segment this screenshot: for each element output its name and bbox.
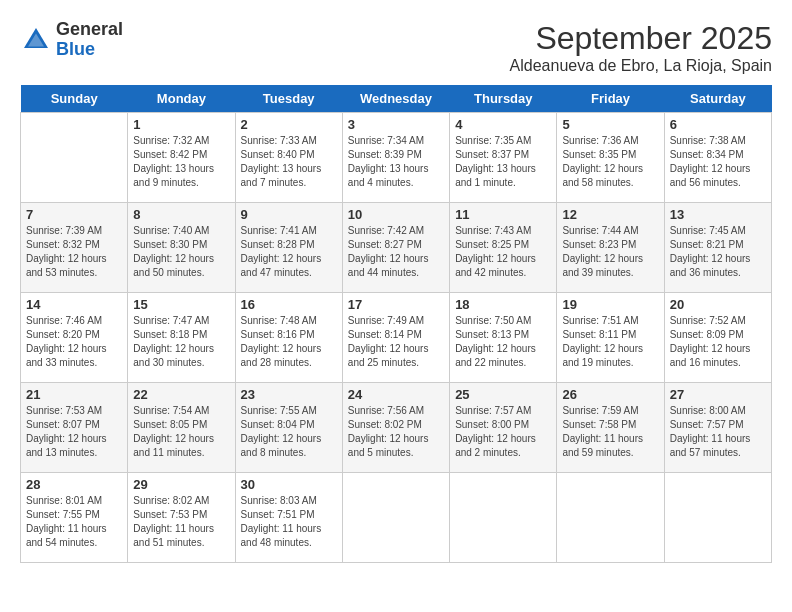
page-subtitle: Aldeanueva de Ebro, La Rioja, Spain bbox=[510, 57, 772, 75]
calendar-cell: 27Sunrise: 8:00 AM Sunset: 7:57 PM Dayli… bbox=[664, 383, 771, 473]
calendar-cell: 11Sunrise: 7:43 AM Sunset: 8:25 PM Dayli… bbox=[450, 203, 557, 293]
date-number: 1 bbox=[133, 117, 229, 132]
calendar-cell: 20Sunrise: 7:52 AM Sunset: 8:09 PM Dayli… bbox=[664, 293, 771, 383]
logo-icon bbox=[20, 24, 52, 56]
date-number: 11 bbox=[455, 207, 551, 222]
cell-info: Sunrise: 7:35 AM Sunset: 8:37 PM Dayligh… bbox=[455, 134, 551, 190]
calendar-week-1: 1Sunrise: 7:32 AM Sunset: 8:42 PM Daylig… bbox=[21, 113, 772, 203]
date-number: 13 bbox=[670, 207, 766, 222]
calendar-cell: 10Sunrise: 7:42 AM Sunset: 8:27 PM Dayli… bbox=[342, 203, 449, 293]
date-number: 28 bbox=[26, 477, 122, 492]
calendar-cell: 5Sunrise: 7:36 AM Sunset: 8:35 PM Daylig… bbox=[557, 113, 664, 203]
calendar-cell: 18Sunrise: 7:50 AM Sunset: 8:13 PM Dayli… bbox=[450, 293, 557, 383]
calendar-cell bbox=[557, 473, 664, 563]
column-header-thursday: Thursday bbox=[450, 85, 557, 113]
column-header-friday: Friday bbox=[557, 85, 664, 113]
calendar-cell: 7Sunrise: 7:39 AM Sunset: 8:32 PM Daylig… bbox=[21, 203, 128, 293]
cell-info: Sunrise: 7:43 AM Sunset: 8:25 PM Dayligh… bbox=[455, 224, 551, 280]
cell-info: Sunrise: 7:38 AM Sunset: 8:34 PM Dayligh… bbox=[670, 134, 766, 190]
date-number: 17 bbox=[348, 297, 444, 312]
date-number: 4 bbox=[455, 117, 551, 132]
cell-info: Sunrise: 7:49 AM Sunset: 8:14 PM Dayligh… bbox=[348, 314, 444, 370]
cell-info: Sunrise: 7:48 AM Sunset: 8:16 PM Dayligh… bbox=[241, 314, 337, 370]
calendar-cell: 19Sunrise: 7:51 AM Sunset: 8:11 PM Dayli… bbox=[557, 293, 664, 383]
date-number: 19 bbox=[562, 297, 658, 312]
calendar-cell: 21Sunrise: 7:53 AM Sunset: 8:07 PM Dayli… bbox=[21, 383, 128, 473]
date-number: 22 bbox=[133, 387, 229, 402]
calendar-cell: 22Sunrise: 7:54 AM Sunset: 8:05 PM Dayli… bbox=[128, 383, 235, 473]
date-number: 30 bbox=[241, 477, 337, 492]
cell-info: Sunrise: 7:34 AM Sunset: 8:39 PM Dayligh… bbox=[348, 134, 444, 190]
cell-info: Sunrise: 7:36 AM Sunset: 8:35 PM Dayligh… bbox=[562, 134, 658, 190]
calendar-cell: 14Sunrise: 7:46 AM Sunset: 8:20 PM Dayli… bbox=[21, 293, 128, 383]
calendar-cell: 16Sunrise: 7:48 AM Sunset: 8:16 PM Dayli… bbox=[235, 293, 342, 383]
logo: General Blue bbox=[20, 20, 123, 60]
calendar-cell: 17Sunrise: 7:49 AM Sunset: 8:14 PM Dayli… bbox=[342, 293, 449, 383]
logo-general: General bbox=[56, 19, 123, 39]
calendar-cell: 3Sunrise: 7:34 AM Sunset: 8:39 PM Daylig… bbox=[342, 113, 449, 203]
cell-info: Sunrise: 7:53 AM Sunset: 8:07 PM Dayligh… bbox=[26, 404, 122, 460]
column-header-wednesday: Wednesday bbox=[342, 85, 449, 113]
calendar-cell: 15Sunrise: 7:47 AM Sunset: 8:18 PM Dayli… bbox=[128, 293, 235, 383]
calendar-week-3: 14Sunrise: 7:46 AM Sunset: 8:20 PM Dayli… bbox=[21, 293, 772, 383]
date-number: 9 bbox=[241, 207, 337, 222]
cell-info: Sunrise: 7:33 AM Sunset: 8:40 PM Dayligh… bbox=[241, 134, 337, 190]
calendar-cell: 6Sunrise: 7:38 AM Sunset: 8:34 PM Daylig… bbox=[664, 113, 771, 203]
cell-info: Sunrise: 7:42 AM Sunset: 8:27 PM Dayligh… bbox=[348, 224, 444, 280]
cell-info: Sunrise: 8:00 AM Sunset: 7:57 PM Dayligh… bbox=[670, 404, 766, 460]
cell-info: Sunrise: 7:54 AM Sunset: 8:05 PM Dayligh… bbox=[133, 404, 229, 460]
cell-info: Sunrise: 8:01 AM Sunset: 7:55 PM Dayligh… bbox=[26, 494, 122, 550]
date-number: 3 bbox=[348, 117, 444, 132]
calendar-cell: 24Sunrise: 7:56 AM Sunset: 8:02 PM Dayli… bbox=[342, 383, 449, 473]
title-block: September 2025 Aldeanueva de Ebro, La Ri… bbox=[510, 20, 772, 75]
calendar-cell: 23Sunrise: 7:55 AM Sunset: 8:04 PM Dayli… bbox=[235, 383, 342, 473]
calendar-cell: 28Sunrise: 8:01 AM Sunset: 7:55 PM Dayli… bbox=[21, 473, 128, 563]
cell-info: Sunrise: 7:55 AM Sunset: 8:04 PM Dayligh… bbox=[241, 404, 337, 460]
date-number: 20 bbox=[670, 297, 766, 312]
cell-info: Sunrise: 7:50 AM Sunset: 8:13 PM Dayligh… bbox=[455, 314, 551, 370]
date-number: 2 bbox=[241, 117, 337, 132]
date-number: 10 bbox=[348, 207, 444, 222]
cell-info: Sunrise: 7:59 AM Sunset: 7:58 PM Dayligh… bbox=[562, 404, 658, 460]
calendar-cell: 8Sunrise: 7:40 AM Sunset: 8:30 PM Daylig… bbox=[128, 203, 235, 293]
cell-info: Sunrise: 7:46 AM Sunset: 8:20 PM Dayligh… bbox=[26, 314, 122, 370]
cell-info: Sunrise: 7:57 AM Sunset: 8:00 PM Dayligh… bbox=[455, 404, 551, 460]
calendar-week-4: 21Sunrise: 7:53 AM Sunset: 8:07 PM Dayli… bbox=[21, 383, 772, 473]
calendar-cell: 30Sunrise: 8:03 AM Sunset: 7:51 PM Dayli… bbox=[235, 473, 342, 563]
date-number: 16 bbox=[241, 297, 337, 312]
date-number: 5 bbox=[562, 117, 658, 132]
calendar-cell bbox=[664, 473, 771, 563]
column-header-tuesday: Tuesday bbox=[235, 85, 342, 113]
page-title: September 2025 bbox=[510, 20, 772, 57]
cell-info: Sunrise: 8:02 AM Sunset: 7:53 PM Dayligh… bbox=[133, 494, 229, 550]
date-number: 12 bbox=[562, 207, 658, 222]
cell-info: Sunrise: 7:45 AM Sunset: 8:21 PM Dayligh… bbox=[670, 224, 766, 280]
date-number: 24 bbox=[348, 387, 444, 402]
calendar-cell: 25Sunrise: 7:57 AM Sunset: 8:00 PM Dayli… bbox=[450, 383, 557, 473]
cell-info: Sunrise: 7:40 AM Sunset: 8:30 PM Dayligh… bbox=[133, 224, 229, 280]
page-header: General Blue September 2025 Aldeanueva d… bbox=[20, 20, 772, 75]
calendar-cell: 4Sunrise: 7:35 AM Sunset: 8:37 PM Daylig… bbox=[450, 113, 557, 203]
cell-info: Sunrise: 7:51 AM Sunset: 8:11 PM Dayligh… bbox=[562, 314, 658, 370]
cell-info: Sunrise: 7:32 AM Sunset: 8:42 PM Dayligh… bbox=[133, 134, 229, 190]
date-number: 26 bbox=[562, 387, 658, 402]
header-row: SundayMondayTuesdayWednesdayThursdayFrid… bbox=[21, 85, 772, 113]
calendar-table: SundayMondayTuesdayWednesdayThursdayFrid… bbox=[20, 85, 772, 563]
calendar-cell: 29Sunrise: 8:02 AM Sunset: 7:53 PM Dayli… bbox=[128, 473, 235, 563]
calendar-cell: 12Sunrise: 7:44 AM Sunset: 8:23 PM Dayli… bbox=[557, 203, 664, 293]
calendar-cell: 26Sunrise: 7:59 AM Sunset: 7:58 PM Dayli… bbox=[557, 383, 664, 473]
cell-info: Sunrise: 7:41 AM Sunset: 8:28 PM Dayligh… bbox=[241, 224, 337, 280]
logo-text: General Blue bbox=[56, 20, 123, 60]
date-number: 7 bbox=[26, 207, 122, 222]
calendar-cell bbox=[450, 473, 557, 563]
column-header-sunday: Sunday bbox=[21, 85, 128, 113]
date-number: 14 bbox=[26, 297, 122, 312]
date-number: 6 bbox=[670, 117, 766, 132]
cell-info: Sunrise: 7:47 AM Sunset: 8:18 PM Dayligh… bbox=[133, 314, 229, 370]
date-number: 23 bbox=[241, 387, 337, 402]
date-number: 8 bbox=[133, 207, 229, 222]
calendar-cell: 2Sunrise: 7:33 AM Sunset: 8:40 PM Daylig… bbox=[235, 113, 342, 203]
cell-info: Sunrise: 7:56 AM Sunset: 8:02 PM Dayligh… bbox=[348, 404, 444, 460]
date-number: 27 bbox=[670, 387, 766, 402]
logo-blue: Blue bbox=[56, 39, 95, 59]
